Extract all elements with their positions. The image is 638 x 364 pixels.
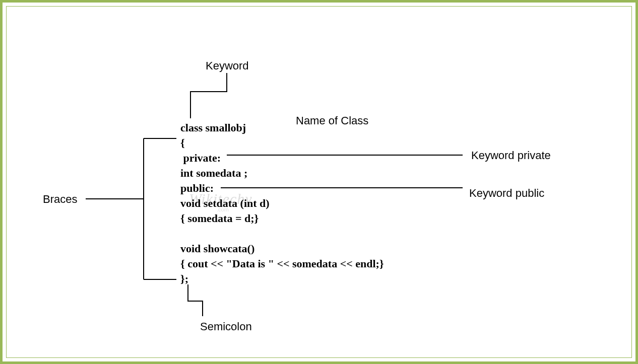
code-line-10: };	[180, 272, 188, 285]
code-line-2: {	[180, 136, 185, 150]
code-line-5: public:	[180, 182, 214, 195]
code-line-8: void showcata()	[180, 242, 254, 255]
code-line-9: { cout << "Data is " << somedata << endl…	[180, 257, 384, 270]
code-line-1: class smallobj	[180, 121, 246, 134]
inner-border	[6, 6, 632, 358]
label-name-of-class: Name of Class	[296, 114, 368, 127]
code-line-4: int somedata ;	[180, 167, 247, 180]
label-keyword-private: Keyword private	[471, 149, 551, 162]
label-keyword-public: Keyword public	[469, 187, 544, 200]
code-line-7: { somedata = d;}	[180, 212, 259, 225]
label-braces: Braces	[43, 193, 77, 206]
code-line-3: private:	[180, 152, 221, 165]
label-semicolon: Semicolon	[200, 320, 252, 333]
code-line-6: void setdata (int d)	[180, 197, 270, 210]
label-keyword: Keyword	[206, 59, 249, 72]
